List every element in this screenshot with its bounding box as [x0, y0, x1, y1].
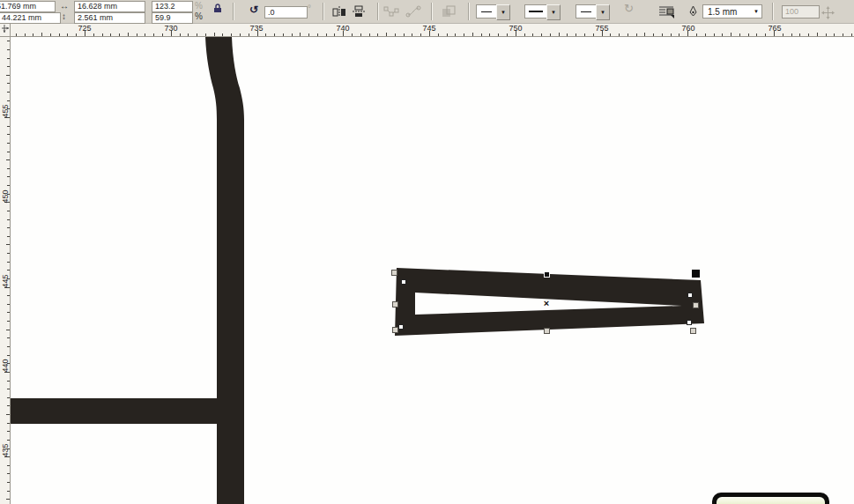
selection-handle[interactable]: [544, 271, 550, 278]
ruler-tick: [628, 33, 628, 36]
start-arrowhead-dropdown-button[interactable]: ▼: [496, 4, 510, 20]
ruler-tick: [679, 33, 679, 36]
mirror-vertical-button[interactable]: [350, 4, 368, 19]
vertical-ruler[interactable]: 455450445440435: [0, 37, 11, 504]
curve-node[interactable]: [687, 293, 693, 298]
ruler-tick: [7, 337, 10, 338]
ruler-tick: [7, 431, 10, 432]
selection-handle[interactable]: [693, 302, 699, 308]
ruler-origin-button[interactable]: [0, 24, 11, 37]
ruler-tick: [7, 236, 10, 237]
ruler-tick: [265, 33, 266, 36]
end-arrowhead-selector[interactable]: [576, 4, 597, 19]
outline-width-selector[interactable]: 1.5 mm ▼: [702, 4, 762, 19]
position-x-field[interactable]: 51.769 mm: [0, 1, 56, 12]
separator: [468, 3, 470, 20]
mirror-horizontal-icon: [332, 5, 346, 18]
size-height-field[interactable]: 2.561 mm: [74, 12, 145, 24]
convert-line-to-curve-button[interactable]: [405, 4, 422, 19]
ruler-tick: [696, 33, 697, 36]
ruler-tick: [507, 33, 508, 36]
ruler-tick: [119, 33, 120, 36]
start-arrowhead-selector[interactable]: [476, 4, 497, 19]
ruler-tick: [7, 312, 10, 313]
rotate-icon: ↺: [249, 5, 258, 14]
selection-handle[interactable]: [692, 270, 700, 278]
selection-handle[interactable]: [690, 328, 696, 334]
ruler-tick: [7, 465, 10, 466]
ruler-tick: [352, 33, 353, 36]
ruler-tick: [7, 423, 10, 424]
ruler-tick: [50, 33, 51, 36]
wrap-text-button[interactable]: [655, 4, 678, 19]
ruler-label: 740: [336, 24, 349, 33]
ruler-tick: [7, 49, 10, 50]
ruler-label: 445: [1, 271, 10, 292]
end-arrowhead-preview: [581, 11, 591, 12]
ruler-tick: [524, 33, 525, 36]
ruler-tick: [472, 33, 473, 36]
drawing-canvas[interactable]: ×: [11, 37, 854, 504]
ruler-tick: [7, 397, 10, 398]
ruler-tick: [783, 33, 783, 36]
ruler-label: 745: [422, 24, 435, 33]
separator: [233, 3, 234, 20]
ruler-tick: [180, 33, 181, 36]
horizontal-ruler[interactable]: 725730735740745750755760765: [11, 24, 854, 37]
ruler-tick: [671, 33, 672, 36]
selection-handle[interactable]: [544, 328, 550, 334]
rotation-angle-field[interactable]: .0: [264, 6, 308, 19]
ruler-tick: [7, 211, 10, 211]
ruler-tick: [6, 330, 10, 330]
curve-node[interactable]: [687, 320, 692, 325]
outline-width-dropdown-button[interactable]: ▼: [754, 9, 759, 14]
end-arrowhead-dropdown-button[interactable]: ▼: [596, 4, 610, 20]
ruler-tick: [395, 33, 396, 36]
ruler-tick: [283, 33, 284, 36]
ruler-tick: [498, 33, 499, 36]
ruler-tick: [843, 33, 843, 36]
ruler-tick: [197, 33, 197, 36]
line-to-curve-icon: [405, 5, 421, 18]
ruler-tick: [162, 33, 163, 36]
selection-handle[interactable]: [391, 270, 397, 276]
position-y-field[interactable]: 44.221 mm: [0, 12, 61, 24]
curve-node[interactable]: [401, 279, 406, 285]
ruler-tick: [619, 33, 620, 36]
scale-v-field[interactable]: 59.9: [152, 12, 193, 24]
opacity-field[interactable]: 100: [782, 5, 820, 19]
ruler-tick: [714, 33, 715, 36]
close-curve-icon[interactable]: ↻: [624, 4, 634, 13]
ruler-tick: [6, 499, 10, 500]
ruler-tick: [300, 33, 301, 36]
lock-ratio-icon[interactable]: [212, 1, 223, 11]
combine-button[interactable]: [438, 4, 459, 19]
reduce-nodes-button[interactable]: [382, 4, 400, 19]
ruler-tick: [739, 33, 740, 36]
vector-editor-window: { "property_bar": { "position_x": "51.76…: [0, 0, 854, 504]
ruler-tick: [128, 33, 129, 36]
ruler-tick: [25, 33, 26, 36]
ruler-tick: [7, 227, 10, 228]
scale-h-field[interactable]: 123.2: [152, 1, 193, 12]
selection-center-marker[interactable]: ×: [544, 299, 549, 308]
ruler-tick: [489, 33, 490, 36]
ruler-tick: [808, 33, 809, 36]
outline-style-selector[interactable]: [524, 4, 547, 19]
outline-style-dropdown-button[interactable]: ▼: [546, 4, 561, 20]
curve-node[interactable]: [398, 324, 404, 330]
ruler-tick: [7, 304, 10, 305]
ruler-tick: [455, 33, 456, 36]
selection-handle[interactable]: [392, 301, 398, 308]
ruler-tick: [705, 33, 706, 36]
size-width-field[interactable]: 16.628 mm: [74, 1, 145, 12]
wrap-text-icon: [657, 4, 675, 19]
ruler-tick: [240, 33, 241, 36]
ruler-tick: [567, 33, 568, 36]
ruler-tick: [748, 33, 749, 36]
outline-pen-icon: [687, 5, 699, 21]
ruler-tick: [334, 33, 335, 36]
ruler-tick: [386, 33, 387, 36]
mirror-horizontal-button[interactable]: [330, 4, 348, 19]
selection-handle[interactable]: [392, 327, 398, 333]
